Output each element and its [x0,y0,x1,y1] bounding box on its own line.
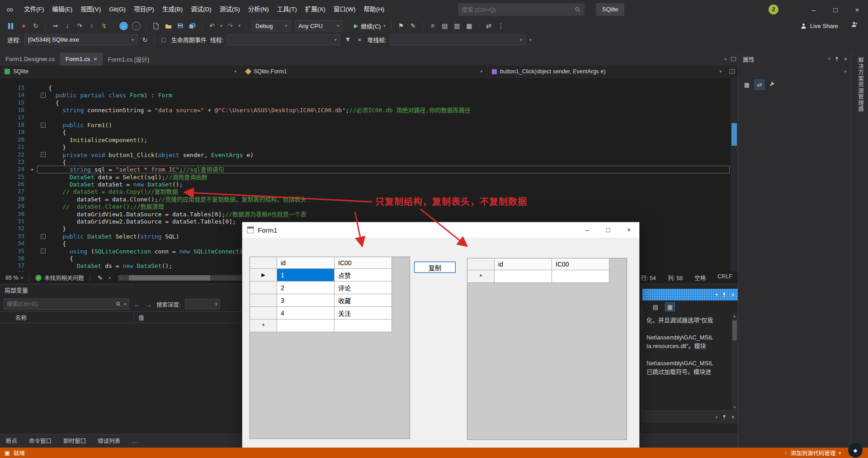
code-line[interactable]: 13{ [0,84,738,91]
grid-cell[interactable] [495,270,552,283]
stop-debugging-icon[interactable]: ■ [19,21,28,31]
column-header[interactable]: id [277,257,335,269]
menu-item[interactable]: Git(G) [105,0,130,19]
line-number[interactable]: 37 [0,262,28,269]
grid-new-row[interactable]: * [250,320,410,332]
refresh-process-icon[interactable]: ↻ [141,35,149,45]
document-tab[interactable]: Form1.cs× [60,52,103,66]
code-line[interactable]: 29 // dataSet.Clear();//数据清理 [0,203,738,210]
clear-filter-icon[interactable]: × [355,35,363,45]
scroll-up-icon[interactable]: ▲ [731,313,738,319]
step-out-icon[interactable]: ↑ [88,21,96,31]
grid-cell[interactable]: 3 [277,294,335,307]
bottom-tab[interactable]: 命令窗口 [23,434,57,448]
output-scroll-thumb[interactable] [732,320,737,340]
alphabetical-view-icon[interactable]: ⇄ [755,80,764,90]
code-line[interactable]: 24▸ string sql = "select * from IC";//sq… [0,166,738,173]
line-number[interactable]: 15 [0,99,28,106]
line-number[interactable]: 24 [0,166,28,173]
line-number[interactable]: 19 [0,129,28,136]
code-line[interactable]: 19 { [0,129,738,136]
save-icon[interactable] [176,21,184,31]
source-control-button[interactable]: ↑ 添加到源代码管理 ▾ [784,448,841,457]
show-next-statement-icon[interactable]: ⇒ [51,21,59,31]
close-button[interactable]: × [846,0,868,19]
close-panel-icon[interactable]: × [731,291,735,298]
row-header-cell[interactable]: ▶ [250,269,277,281]
output-source-icon[interactable]: ▤ [651,302,660,311]
column-header[interactable]: IC00 [335,257,392,269]
solution-name-chip[interactable]: SQlite [596,3,624,16]
hscroll-thumb[interactable] [129,275,210,281]
fold-collapse-icon[interactable]: - [41,234,46,239]
add-participant-icon[interactable] [851,21,858,28]
row-header-cell[interactable]: * [250,320,277,332]
grid-cell[interactable] [552,270,609,283]
code-line[interactable]: 30 dataGridView1.DataSource = data.Table… [0,210,738,218]
window-position-icon[interactable]: ▾ [716,292,718,297]
code-cleanup-icon[interactable]: ✎ [409,21,417,31]
code-line[interactable]: 28 dataSet = data.Clone();//克隆的应用就是不复制数据… [0,196,738,203]
code-line[interactable]: 16 string connectionString = "data sourc… [0,106,738,114]
thread-filter-icon[interactable] [344,35,352,45]
right-datagrid[interactable]: idIC00* [467,258,627,440]
line-number[interactable]: 18 [0,121,28,129]
grid-cell[interactable] [335,320,392,332]
code-line[interactable]: 21 } [0,143,738,151]
column-header[interactable]: id [495,258,552,270]
list-members-icon[interactable]: ≡ [429,21,437,31]
toggle-between-views-icon[interactable]: ⇄ [485,21,493,31]
search-depth-dropdown[interactable]: ▾ [185,299,220,310]
new-file-icon[interactable] [152,21,160,31]
collapsed-panel-header[interactable]: ▾ × [642,410,738,423]
process-dropdown[interactable]: [0x5348] SQlite.exe▾ [24,34,137,45]
line-number[interactable]: 29 [0,203,28,210]
zoom-dropdown[interactable]: 85 %▾ [5,275,23,281]
code-line[interactable]: 15 { [0,99,738,106]
member-dropdown[interactable]: button1_Click(object sender, EventArgs e… [487,66,726,77]
bottom-tab[interactable]: 即时窗口 [57,434,92,448]
fold-collapse-icon[interactable]: - [41,93,46,98]
word-wrap-icon[interactable]: ▦ [665,302,675,311]
pin-icon[interactable] [722,292,727,298]
output-scrollbar[interactable]: ▲ ▼ [731,313,738,410]
bottom-tab[interactable]: 错误列表 [92,434,126,448]
row-header-cell[interactable] [250,307,277,320]
line-number[interactable]: 20 [0,136,28,143]
form-close-button[interactable]: × [618,222,639,238]
navigate-back-icon[interactable]: ← [119,22,128,30]
grid-cell[interactable]: 4 [277,307,335,320]
pin-icon[interactable] [722,414,727,420]
search-input[interactable] [462,6,575,13]
notification-badge[interactable]: 2 [769,5,778,14]
line-number[interactable]: 21 [0,143,28,151]
line-number[interactable]: 13 [0,84,28,91]
line-number[interactable]: 36 [0,255,28,262]
code-cleanup-status-icon[interactable]: ✎ [96,274,104,281]
property-pages-icon[interactable] [767,80,777,90]
code-line[interactable]: 25 DataSet data = Select(sql);//调用查询函数 [0,173,738,181]
quick-search-box[interactable] [458,3,585,16]
line-number[interactable]: 34 [0,240,28,247]
output-panel-header[interactable]: ▾ × [642,289,738,301]
grid-cell[interactable]: 2 [277,281,335,294]
menu-item[interactable]: 视图(V) [76,0,105,19]
code-line[interactable]: 20 InitializeComponent(); [0,136,738,143]
grid-row[interactable]: 3收藏 [250,294,410,307]
scrollbar-thumb[interactable] [731,123,737,146]
form1-window[interactable]: Form1 – □ × idIC00▶1点赞2评论3收藏4关注* 复制 idIC… [242,222,640,448]
menu-item[interactable]: 工具(T) [273,0,301,19]
menu-item[interactable]: 编辑(E) [48,0,76,19]
line-number[interactable]: 32 [0,225,28,232]
scroll-left-icon[interactable]: ← [118,275,124,281]
document-tab[interactable]: Form1.Designer.cs [0,52,60,66]
stack-frame-dropdown[interactable]: ▾ [390,34,526,45]
object-selector-dropdown[interactable]: ▾ [738,65,851,78]
name-column-header[interactable]: 名称 [0,313,134,322]
line-number[interactable]: 31 [0,218,28,225]
open-folder-icon[interactable] [164,21,172,31]
menu-item[interactable]: 窗口(W) [330,0,360,19]
line-number[interactable]: 17 [0,114,28,121]
locals-search-input[interactable] [7,301,113,307]
pin-icon[interactable] [834,56,840,62]
